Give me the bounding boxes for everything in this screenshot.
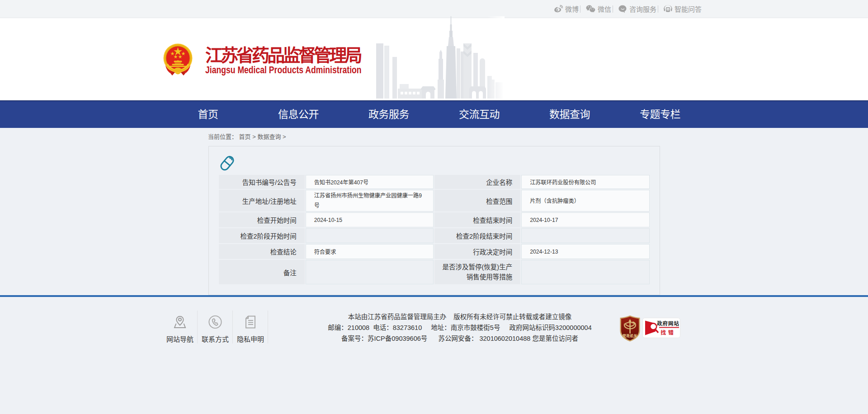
svg-text:找错: 找错 xyxy=(660,329,676,336)
svg-text:政府网站: 政府网站 xyxy=(657,320,679,326)
svg-text:党政机关: 党政机关 xyxy=(623,334,637,338)
